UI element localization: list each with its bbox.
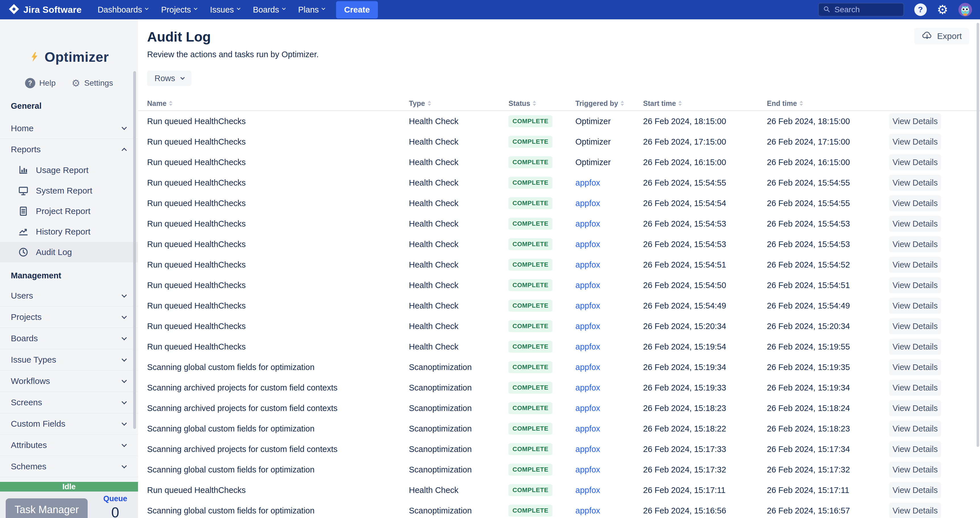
task-manager-button[interactable]: Task Manager (6, 498, 88, 518)
start-time-cell: 26 Feb 2024, 15:54:53 (643, 219, 767, 228)
column-header-type[interactable]: Type (409, 99, 509, 108)
triggered-by-cell: appfox (575, 465, 643, 475)
column-header-status[interactable]: Status (509, 99, 575, 108)
search-box[interactable] (818, 3, 904, 16)
triggered-by-value[interactable]: appfox (575, 199, 600, 208)
start-time-cell: 26 Feb 2024, 18:15:00 (643, 117, 767, 126)
search-input[interactable] (835, 5, 894, 14)
triggered-by-value[interactable]: appfox (575, 424, 600, 433)
sidebar-item-screens[interactable]: Screens (0, 392, 138, 413)
chevron-down-icon (194, 6, 197, 10)
view-details-button[interactable]: View Details (889, 359, 941, 375)
gear-icon[interactable]: ⚙ (937, 3, 948, 16)
page-scrollbar-thumb[interactable] (977, 23, 979, 447)
create-button[interactable]: Create (336, 1, 378, 19)
status-cell: COMPLETE (509, 177, 575, 189)
triggered-by-value[interactable]: appfox (575, 486, 600, 495)
view-details-button[interactable]: View Details (889, 421, 941, 437)
end-time-cell: 26 Feb 2024, 15:18:23 (767, 424, 889, 434)
triggered-by-value[interactable]: appfox (575, 403, 600, 413)
view-details-button[interactable]: View Details (889, 236, 941, 252)
status-cell: COMPLETE (509, 361, 575, 373)
rows-dropdown[interactable]: Rows (147, 70, 191, 86)
column-header-triggered-by[interactable]: Triggered by (575, 99, 643, 108)
triggered-by-value[interactable]: appfox (575, 260, 600, 269)
view-details-button[interactable]: View Details (889, 339, 941, 355)
triggered-by-value[interactable]: appfox (575, 465, 600, 474)
sidebar-meta: ? Help ⚙ Settings (0, 77, 138, 89)
sidebar-item-project-report[interactable]: Project Report (0, 201, 138, 222)
nav-item-issues[interactable]: Issues (210, 5, 240, 14)
sidebar-item-schemes[interactable]: Schemes (0, 456, 138, 477)
view-details-button[interactable]: View Details (889, 216, 941, 232)
sidebar-item-users[interactable]: Users (0, 285, 138, 306)
sidebar-item-projects[interactable]: Projects (0, 306, 138, 328)
sidebar-item-boards[interactable]: Boards (0, 328, 138, 349)
sidebar-item-usage-report[interactable]: Usage Report (0, 160, 138, 180)
view-details-button[interactable]: View Details (889, 134, 941, 150)
actions-cell: View Details (889, 462, 980, 478)
column-header-name[interactable]: Name (147, 99, 409, 108)
nav-item-boards[interactable]: Boards (253, 5, 285, 14)
sidebar-item-reports[interactable]: Reports (0, 139, 138, 160)
view-details-button[interactable]: View Details (889, 113, 941, 129)
nav-right: ? ⚙ (818, 3, 972, 16)
jira-brand[interactable]: Jira Software (8, 4, 82, 16)
table-row: Run queued HealthChecks Health Check COM… (138, 255, 980, 275)
view-details-button[interactable]: View Details (889, 298, 941, 314)
sidebar-item-issue-types[interactable]: Issue Types (0, 349, 138, 371)
column-header-end-time[interactable]: End time (767, 99, 889, 108)
triggered-by-value[interactable]: appfox (575, 281, 600, 290)
table-row: Run queued HealthChecks Health Check COM… (138, 336, 980, 357)
status-badge: COMPLETE (509, 300, 552, 312)
triggered-by-value[interactable]: Optimizer (575, 117, 611, 126)
view-details-button[interactable]: View Details (889, 154, 941, 170)
triggered-by-value[interactable]: appfox (575, 445, 600, 454)
triggered-by-value[interactable]: Optimizer (575, 137, 611, 146)
view-details-button[interactable]: View Details (889, 318, 941, 334)
avatar[interactable] (958, 3, 972, 16)
sidebar-item-home[interactable]: Home (0, 118, 138, 139)
triggered-by-value[interactable]: appfox (575, 506, 600, 515)
view-details-button[interactable]: View Details (889, 257, 941, 273)
sidebar-help-link[interactable]: ? Help (25, 78, 56, 88)
export-button[interactable]: Export (914, 28, 969, 45)
view-details-button[interactable]: View Details (889, 482, 941, 498)
sidebar-item-custom-fields[interactable]: Custom Fields (0, 413, 138, 435)
table-row: Run queued HealthChecks Health Check COM… (138, 316, 980, 336)
help-icon[interactable]: ? (914, 3, 927, 16)
view-details-button[interactable]: View Details (889, 400, 941, 416)
view-details-button[interactable]: View Details (889, 441, 941, 457)
name-cell: Run queued HealthChecks (147, 117, 409, 126)
nav-item-projects[interactable]: Projects (161, 5, 197, 14)
view-details-button[interactable]: View Details (889, 503, 941, 518)
view-details-button[interactable]: View Details (889, 277, 941, 293)
nav-item-plans[interactable]: Plans (298, 5, 325, 14)
actions-cell: View Details (889, 421, 980, 437)
type-cell: Health Check (409, 301, 509, 311)
sidebar-scrollbar-thumb[interactable] (133, 71, 136, 429)
column-header-start-time[interactable]: Start time (643, 99, 767, 108)
triggered-by-value[interactable]: appfox (575, 178, 600, 187)
view-details-button[interactable]: View Details (889, 195, 941, 211)
view-details-button[interactable]: View Details (889, 462, 941, 478)
sidebar-item-workflows[interactable]: Workflows (0, 371, 138, 392)
sidebar-item-attributes[interactable]: Attributes (0, 435, 138, 456)
triggered-by-value[interactable]: appfox (575, 342, 600, 351)
sidebar-settings-link[interactable]: ⚙ Settings (72, 77, 113, 89)
sidebar-item-audit-log[interactable]: Audit Log (0, 242, 138, 262)
triggered-by-value[interactable]: appfox (575, 301, 600, 310)
triggered-by-value[interactable]: appfox (575, 383, 600, 392)
sidebar-item-history-report[interactable]: History Report (0, 222, 138, 242)
view-details-button[interactable]: View Details (889, 175, 941, 191)
triggered-by-value[interactable]: appfox (575, 363, 600, 372)
view-details-button[interactable]: View Details (889, 380, 941, 395)
type-cell: Scanoptimization (409, 445, 509, 454)
triggered-by-value[interactable]: Optimizer (575, 158, 611, 167)
nav-item-dashboards[interactable]: Dashboards (98, 5, 148, 14)
triggered-by-value[interactable]: appfox (575, 240, 600, 249)
sidebar-item-system-report[interactable]: System Report (0, 180, 138, 201)
triggered-by-value[interactable]: appfox (575, 219, 600, 228)
type-cell: Health Check (409, 158, 509, 167)
triggered-by-value[interactable]: appfox (575, 322, 600, 331)
